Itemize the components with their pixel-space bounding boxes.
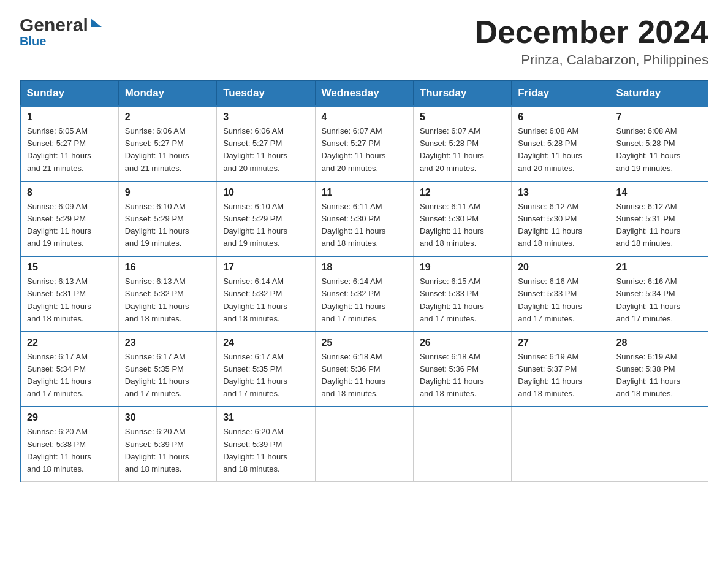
day-info: Sunrise: 6:18 AMSunset: 5:36 PMDaylight:… [420, 352, 484, 398]
calendar-cell: 16Sunrise: 6:13 AMSunset: 5:32 PMDayligh… [118, 256, 216, 332]
day-number: 7 [616, 112, 702, 123]
day-number: 22 [27, 337, 112, 348]
day-info: Sunrise: 6:09 AMSunset: 5:29 PMDaylight:… [27, 202, 91, 248]
day-info: Sunrise: 6:16 AMSunset: 5:34 PMDaylight:… [616, 277, 681, 323]
calendar-cell: 13Sunrise: 6:12 AMSunset: 5:30 PMDayligh… [512, 182, 610, 257]
calendar-table: SundayMondayTuesdayWednesdayThursdayFrid… [20, 80, 708, 482]
calendar-cell: 2Sunrise: 6:06 AMSunset: 5:27 PMDaylight… [118, 106, 216, 182]
day-number: 19 [420, 262, 505, 273]
day-info: Sunrise: 6:10 AMSunset: 5:29 PMDaylight:… [223, 202, 287, 248]
column-header-friday: Friday [512, 81, 610, 107]
day-number: 8 [27, 187, 112, 198]
day-info: Sunrise: 6:12 AMSunset: 5:30 PMDaylight:… [518, 202, 582, 248]
calendar-week-row: 29Sunrise: 6:20 AMSunset: 5:38 PMDayligh… [20, 407, 708, 481]
day-info: Sunrise: 6:07 AMSunset: 5:28 PMDaylight:… [420, 126, 484, 172]
calendar-cell: 8Sunrise: 6:09 AMSunset: 5:29 PMDaylight… [20, 182, 118, 257]
calendar-cell: 29Sunrise: 6:20 AMSunset: 5:38 PMDayligh… [20, 407, 118, 481]
day-number: 16 [125, 262, 210, 273]
title-block: December 2024 Prinza, Calabarzon, Philip… [474, 15, 708, 68]
calendar-cell: 12Sunrise: 6:11 AMSunset: 5:30 PMDayligh… [413, 182, 511, 257]
day-info: Sunrise: 6:14 AMSunset: 5:32 PMDaylight:… [223, 277, 287, 323]
calendar-cell: 5Sunrise: 6:07 AMSunset: 5:28 PMDaylight… [413, 106, 511, 182]
calendar-cell: 31Sunrise: 6:20 AMSunset: 5:39 PMDayligh… [217, 407, 315, 481]
calendar-cell: 25Sunrise: 6:18 AMSunset: 5:36 PMDayligh… [315, 332, 413, 407]
calendar-cell: 1Sunrise: 6:05 AMSunset: 5:27 PMDaylight… [20, 106, 118, 182]
calendar-cell: 6Sunrise: 6:08 AMSunset: 5:28 PMDaylight… [512, 106, 610, 182]
calendar-cell [512, 407, 610, 481]
column-header-tuesday: Tuesday [217, 81, 315, 107]
day-info: Sunrise: 6:11 AMSunset: 5:30 PMDaylight:… [322, 202, 386, 248]
day-number: 28 [616, 337, 702, 348]
day-info: Sunrise: 6:18 AMSunset: 5:36 PMDaylight:… [322, 352, 386, 398]
calendar-cell: 7Sunrise: 6:08 AMSunset: 5:28 PMDaylight… [610, 106, 708, 182]
calendar-cell [315, 407, 413, 481]
day-info: Sunrise: 6:06 AMSunset: 5:27 PMDaylight:… [125, 126, 189, 172]
page-header: General Blue December 2024 Prinza, Calab… [20, 15, 708, 68]
day-info: Sunrise: 6:08 AMSunset: 5:28 PMDaylight:… [616, 126, 681, 172]
column-header-sunday: Sunday [20, 81, 118, 107]
logo-general-text: General [20, 15, 88, 36]
day-info: Sunrise: 6:17 AMSunset: 5:35 PMDaylight:… [223, 352, 287, 398]
day-info: Sunrise: 6:20 AMSunset: 5:38 PMDaylight:… [27, 427, 91, 473]
calendar-cell: 18Sunrise: 6:14 AMSunset: 5:32 PMDayligh… [315, 256, 413, 332]
day-number: 3 [223, 112, 308, 123]
day-number: 30 [125, 412, 210, 423]
day-number: 9 [125, 187, 210, 198]
day-number: 6 [518, 112, 603, 123]
calendar-cell: 27Sunrise: 6:19 AMSunset: 5:37 PMDayligh… [512, 332, 610, 407]
calendar-cell: 30Sunrise: 6:20 AMSunset: 5:39 PMDayligh… [118, 407, 216, 481]
day-info: Sunrise: 6:19 AMSunset: 5:37 PMDaylight:… [518, 352, 582, 398]
day-info: Sunrise: 6:13 AMSunset: 5:32 PMDaylight:… [125, 277, 189, 323]
day-number: 21 [616, 262, 702, 273]
calendar-cell: 15Sunrise: 6:13 AMSunset: 5:31 PMDayligh… [20, 256, 118, 332]
day-info: Sunrise: 6:15 AMSunset: 5:33 PMDaylight:… [420, 277, 484, 323]
day-info: Sunrise: 6:07 AMSunset: 5:27 PMDaylight:… [322, 126, 386, 172]
day-number: 25 [322, 337, 407, 348]
calendar-cell [413, 407, 511, 481]
month-title: December 2024 [474, 15, 708, 50]
day-number: 29 [27, 412, 112, 423]
calendar-cell: 10Sunrise: 6:10 AMSunset: 5:29 PMDayligh… [217, 182, 315, 257]
day-info: Sunrise: 6:06 AMSunset: 5:27 PMDaylight:… [223, 126, 287, 172]
calendar-cell: 23Sunrise: 6:17 AMSunset: 5:35 PMDayligh… [118, 332, 216, 407]
calendar-week-row: 8Sunrise: 6:09 AMSunset: 5:29 PMDaylight… [20, 182, 708, 257]
location-title: Prinza, Calabarzon, Philippines [474, 52, 708, 68]
calendar-cell: 19Sunrise: 6:15 AMSunset: 5:33 PMDayligh… [413, 256, 511, 332]
logo-blue-text: Blue [20, 34, 46, 48]
day-number: 11 [322, 187, 407, 198]
column-header-monday: Monday [118, 81, 216, 107]
calendar-cell: 28Sunrise: 6:19 AMSunset: 5:38 PMDayligh… [610, 332, 708, 407]
day-info: Sunrise: 6:16 AMSunset: 5:33 PMDaylight:… [518, 277, 582, 323]
calendar-cell: 26Sunrise: 6:18 AMSunset: 5:36 PMDayligh… [413, 332, 511, 407]
day-info: Sunrise: 6:10 AMSunset: 5:29 PMDaylight:… [125, 202, 189, 248]
calendar-cell: 17Sunrise: 6:14 AMSunset: 5:32 PMDayligh… [217, 256, 315, 332]
day-info: Sunrise: 6:17 AMSunset: 5:35 PMDaylight:… [125, 352, 189, 398]
day-info: Sunrise: 6:13 AMSunset: 5:31 PMDaylight:… [27, 277, 91, 323]
day-number: 1 [27, 112, 112, 123]
calendar-cell: 4Sunrise: 6:07 AMSunset: 5:27 PMDaylight… [315, 106, 413, 182]
day-number: 26 [420, 337, 505, 348]
day-info: Sunrise: 6:14 AMSunset: 5:32 PMDaylight:… [322, 277, 386, 323]
day-number: 15 [27, 262, 112, 273]
day-info: Sunrise: 6:05 AMSunset: 5:27 PMDaylight:… [27, 126, 91, 172]
column-header-wednesday: Wednesday [315, 81, 413, 107]
calendar-week-row: 22Sunrise: 6:17 AMSunset: 5:34 PMDayligh… [20, 332, 708, 407]
calendar-cell: 22Sunrise: 6:17 AMSunset: 5:34 PMDayligh… [20, 332, 118, 407]
day-info: Sunrise: 6:08 AMSunset: 5:28 PMDaylight:… [518, 126, 582, 172]
calendar-cell [610, 407, 708, 481]
day-info: Sunrise: 6:12 AMSunset: 5:31 PMDaylight:… [616, 202, 681, 248]
logo-arrow-icon [91, 18, 102, 27]
column-header-saturday: Saturday [610, 81, 708, 107]
calendar-header-row: SundayMondayTuesdayWednesdayThursdayFrid… [20, 81, 708, 107]
day-info: Sunrise: 6:19 AMSunset: 5:38 PMDaylight:… [616, 352, 681, 398]
day-number: 5 [420, 112, 505, 123]
calendar-cell: 9Sunrise: 6:10 AMSunset: 5:29 PMDaylight… [118, 182, 216, 257]
logo: General Blue [20, 15, 102, 48]
calendar-cell: 20Sunrise: 6:16 AMSunset: 5:33 PMDayligh… [512, 256, 610, 332]
day-info: Sunrise: 6:17 AMSunset: 5:34 PMDaylight:… [27, 352, 91, 398]
day-number: 20 [518, 262, 603, 273]
day-number: 2 [125, 112, 210, 123]
day-number: 31 [223, 412, 308, 423]
day-number: 27 [518, 337, 603, 348]
day-number: 24 [223, 337, 308, 348]
